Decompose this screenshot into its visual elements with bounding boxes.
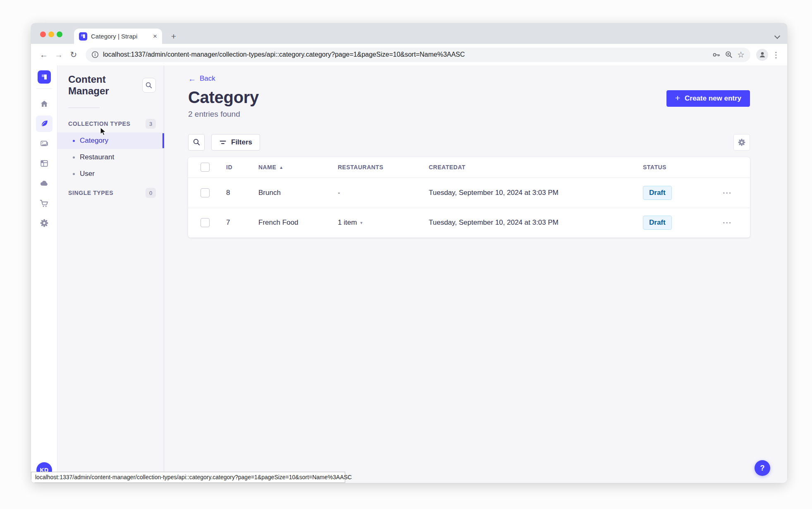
subnav-title: Content Manager (68, 74, 142, 97)
main-nav-rail: KD (31, 65, 57, 483)
browser-menu-icon[interactable]: ⋮ (771, 48, 781, 61)
back-arrow-icon: ← (188, 75, 196, 83)
sidebar-item-user[interactable]: User (57, 166, 164, 182)
close-window-button[interactable] (40, 31, 46, 37)
sidebar-item-label: Restaurant (80, 153, 114, 161)
cloud-icon[interactable] (36, 175, 53, 192)
row-checkbox[interactable] (201, 188, 210, 197)
table-row[interactable]: 7 French Food 1 item ▾ Tuesday, Septembe… (188, 208, 750, 238)
cell-restaurants: - (338, 189, 429, 197)
minimize-window-button[interactable] (48, 31, 54, 37)
column-header-name[interactable]: NAME ▲ (258, 164, 338, 170)
browser-profile-avatar[interactable] (756, 49, 768, 61)
filters-button[interactable]: Filters (211, 134, 260, 151)
forward-button[interactable]: → (52, 48, 66, 62)
cell-id: 7 (226, 218, 258, 227)
link-preview-statusbar: localhost:1337/admin/content-manager/col… (31, 472, 345, 483)
strapi-logo[interactable] (38, 70, 51, 84)
reload-button[interactable]: ↻ (67, 48, 81, 62)
back-button[interactable]: ← (37, 48, 51, 62)
url-text[interactable]: localhost:1337/admin/content-manager/col… (103, 51, 708, 58)
back-label: Back (200, 74, 215, 83)
filter-icon (219, 139, 227, 146)
column-header-status[interactable]: STATUS (643, 164, 722, 170)
sort-ascending-icon[interactable]: ▲ (279, 165, 283, 170)
caret-down-icon: ▾ (360, 220, 363, 226)
collection-types-label: COLLECTION TYPES (68, 120, 130, 127)
filters-label: Filters (231, 138, 252, 146)
fullscreen-window-button[interactable] (57, 31, 62, 37)
browser-toolbar: ← → ↻ localhost:1337/admin/content-manag… (31, 44, 787, 65)
column-header-restaurants[interactable]: RESTAURANTS (338, 164, 429, 170)
page-info-icon[interactable] (91, 51, 99, 58)
plus-icon: + (675, 94, 680, 102)
content-manager-subnav: Content Manager COLLECTION TYPES 3 Categ… (57, 65, 164, 483)
entries-count: 2 entries found (188, 110, 750, 119)
window-controls (40, 31, 62, 37)
subnav-search-button[interactable] (142, 78, 156, 93)
cell-name: Brunch (258, 189, 338, 197)
cell-id: 8 (226, 189, 258, 197)
cell-createdat: Tuesday, September 10, 2024 at 3:03 PM (429, 189, 643, 197)
bullet-icon (73, 156, 75, 158)
browser-window: Category | Strapi × + ← → ↻ localhost:13… (31, 23, 787, 483)
bookmark-star-icon[interactable]: ☆ (737, 50, 745, 59)
single-types-count-badge: 0 (146, 188, 156, 198)
table-row[interactable]: 8 Brunch - Tuesday, September 10, 2024 a… (188, 178, 750, 208)
create-new-entry-button[interactable]: + Create new entry (666, 90, 750, 107)
content-type-builder-icon[interactable] (36, 155, 53, 172)
media-library-icon[interactable] (36, 135, 53, 152)
settings-gear-icon[interactable] (36, 215, 53, 231)
content-manager-icon[interactable] (36, 115, 53, 132)
browser-tab[interactable]: Category | Strapi × (74, 29, 162, 44)
bullet-icon (73, 173, 75, 175)
help-button[interactable]: ? (755, 460, 770, 476)
cell-restaurants-expand[interactable]: 1 item ▾ (338, 218, 429, 227)
tab-search-chevron-icon[interactable] (775, 34, 780, 38)
table-header-row: ID NAME ▲ RESTAURANTS CREATEDAT STATUS (188, 157, 750, 178)
column-header-createdat[interactable]: CREATEDAT (429, 164, 643, 170)
address-bar[interactable]: localhost:1337/admin/content-manager/col… (86, 48, 750, 62)
entries-table: ID NAME ▲ RESTAURANTS CREATEDAT STATUS 8… (188, 157, 750, 238)
single-types-label: SINGLE TYPES (68, 190, 113, 196)
status-badge: Draft (643, 186, 672, 200)
cell-createdat: Tuesday, September 10, 2024 at 3:03 PM (429, 218, 643, 227)
bullet-icon (73, 140, 75, 142)
status-badge: Draft (643, 216, 672, 230)
zoom-icon[interactable] (725, 50, 733, 59)
search-button[interactable] (188, 134, 205, 151)
browser-tab-strip: Category | Strapi × + (31, 23, 787, 44)
sidebar-item-category[interactable]: Category (57, 132, 164, 149)
sidebar-item-restaurant[interactable]: Restaurant (57, 149, 164, 166)
marketplace-cart-icon[interactable] (36, 195, 53, 211)
password-manager-icon[interactable] (712, 50, 721, 59)
page-title: Category (188, 88, 259, 106)
strapi-admin-app: KD Content Manager COLLECTION TYPES 3 Ca… (31, 65, 787, 483)
view-settings-button[interactable] (733, 134, 750, 151)
back-link[interactable]: ← Back (188, 74, 215, 83)
select-all-checkbox[interactable] (201, 163, 210, 172)
close-tab-icon[interactable]: × (152, 32, 158, 41)
rail-divider (36, 89, 52, 89)
collection-types-count-badge: 3 (146, 119, 156, 129)
subnav-divider (68, 108, 100, 108)
row-checkbox[interactable] (201, 218, 210, 227)
sidebar-item-label: User (80, 170, 95, 178)
main-content: ← Back Category + Create new entry 2 ent… (164, 65, 787, 483)
strapi-favicon-icon (79, 32, 87, 41)
new-tab-button[interactable]: + (167, 30, 180, 43)
create-new-entry-label: Create new entry (685, 94, 741, 103)
tab-title: Category | Strapi (91, 33, 148, 40)
column-header-id[interactable]: ID (226, 164, 258, 170)
sidebar-item-label: Category (80, 137, 108, 145)
cell-name: French Food (258, 218, 338, 227)
home-icon[interactable] (36, 96, 53, 112)
